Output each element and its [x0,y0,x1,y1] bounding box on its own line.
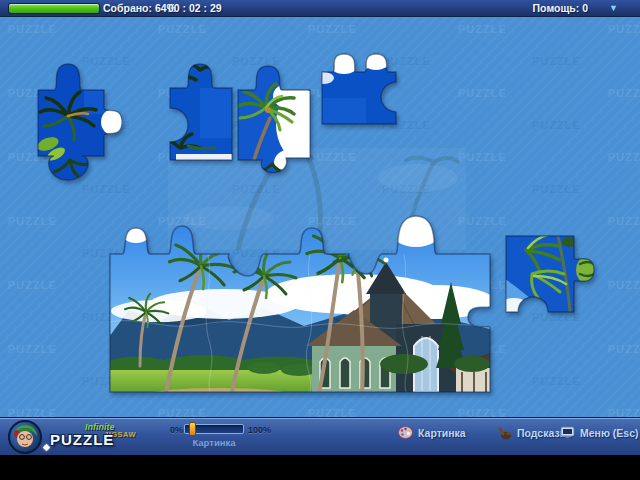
loose-puzzle-piece-cloud-sky[interactable] [316,52,410,134]
timer-label: 00 : 02 : 29 [168,2,222,14]
picture-button-label: Картинка [418,427,466,439]
bottom-letterbox [0,455,640,480]
pointing-hand-icon [498,426,512,440]
collected-progress-bar [8,3,100,14]
slider-handle[interactable] [189,422,196,436]
monitor-icon [560,426,575,439]
menu-button[interactable]: Меню (Esc) [560,426,639,439]
help-count-label: Помощь: 0 [533,2,588,14]
top-status-bar: Собрано: 64% 00 : 02 : 29 Помощь: 0 ▼ [0,0,640,17]
game-window: PUZZLE PUZZLE [0,0,640,480]
logo-star [43,444,50,451]
picture-zoom-slider[interactable] [184,424,244,434]
help-dropdown-arrow-icon[interactable]: ▼ [609,3,618,13]
loose-puzzle-piece-palm-fronds[interactable] [498,224,602,324]
slider-caption: Картинка [184,437,244,448]
menu-button-label: Меню (Esc) [580,427,639,439]
slider-min-label: 0% [170,425,183,435]
collected-progress-fill [9,4,99,13]
bottom-toolbar: Infinite JIGSAW PUZZLE 0% 100% Картинка … [0,417,640,455]
slider-max-label: 100% [248,425,271,435]
collected-percent-label: Собрано: 64% [103,2,176,14]
mascot-logo-icon [8,420,42,454]
picture-button[interactable]: Картинка [398,426,466,439]
loose-puzzle-piece-palm-cloud[interactable] [24,56,122,182]
assembled-puzzle-block[interactable] [104,214,494,394]
loose-puzzle-piece-palm-crown[interactable] [226,62,322,176]
logo-text-puzzle: PUZZLE [50,431,114,448]
palette-icon [398,426,413,439]
